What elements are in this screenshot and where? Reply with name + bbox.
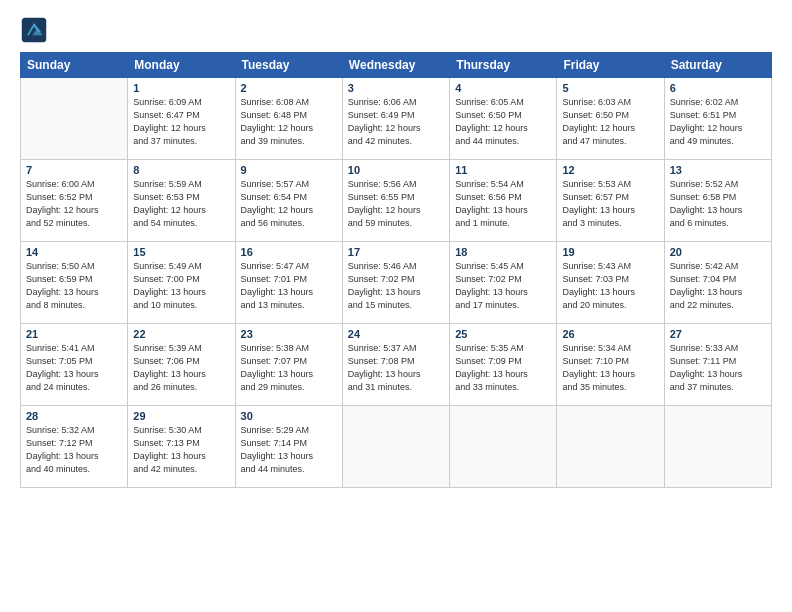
weekday-header-cell: Friday xyxy=(557,53,664,78)
weekday-header-cell: Thursday xyxy=(450,53,557,78)
day-info: Sunrise: 6:09 AMSunset: 6:47 PMDaylight:… xyxy=(133,96,229,148)
svg-rect-0 xyxy=(22,18,47,43)
day-number: 8 xyxy=(133,164,229,176)
calendar-day-cell: 29Sunrise: 5:30 AMSunset: 7:13 PMDayligh… xyxy=(128,406,235,488)
day-number: 3 xyxy=(348,82,444,94)
calendar-week-row: 21Sunrise: 5:41 AMSunset: 7:05 PMDayligh… xyxy=(21,324,772,406)
calendar-day-cell: 10Sunrise: 5:56 AMSunset: 6:55 PMDayligh… xyxy=(342,160,449,242)
calendar-day-cell: 27Sunrise: 5:33 AMSunset: 7:11 PMDayligh… xyxy=(664,324,771,406)
calendar-body: 1Sunrise: 6:09 AMSunset: 6:47 PMDaylight… xyxy=(21,78,772,488)
calendar-day-cell: 17Sunrise: 5:46 AMSunset: 7:02 PMDayligh… xyxy=(342,242,449,324)
calendar-day-cell: 15Sunrise: 5:49 AMSunset: 7:00 PMDayligh… xyxy=(128,242,235,324)
calendar-day-cell: 4Sunrise: 6:05 AMSunset: 6:50 PMDaylight… xyxy=(450,78,557,160)
day-info: Sunrise: 5:59 AMSunset: 6:53 PMDaylight:… xyxy=(133,178,229,230)
day-number: 4 xyxy=(455,82,551,94)
calendar-day-cell: 22Sunrise: 5:39 AMSunset: 7:06 PMDayligh… xyxy=(128,324,235,406)
calendar-week-row: 28Sunrise: 5:32 AMSunset: 7:12 PMDayligh… xyxy=(21,406,772,488)
calendar-day-cell xyxy=(21,78,128,160)
weekday-header-cell: Wednesday xyxy=(342,53,449,78)
calendar-day-cell: 25Sunrise: 5:35 AMSunset: 7:09 PMDayligh… xyxy=(450,324,557,406)
calendar-day-cell: 21Sunrise: 5:41 AMSunset: 7:05 PMDayligh… xyxy=(21,324,128,406)
calendar-week-row: 7Sunrise: 6:00 AMSunset: 6:52 PMDaylight… xyxy=(21,160,772,242)
calendar-day-cell: 26Sunrise: 5:34 AMSunset: 7:10 PMDayligh… xyxy=(557,324,664,406)
day-number: 30 xyxy=(241,410,337,422)
logo xyxy=(20,16,52,44)
day-number: 6 xyxy=(670,82,766,94)
calendar-day-cell xyxy=(342,406,449,488)
calendar-day-cell: 14Sunrise: 5:50 AMSunset: 6:59 PMDayligh… xyxy=(21,242,128,324)
calendar-day-cell: 11Sunrise: 5:54 AMSunset: 6:56 PMDayligh… xyxy=(450,160,557,242)
day-info: Sunrise: 5:49 AMSunset: 7:00 PMDaylight:… xyxy=(133,260,229,312)
calendar-day-cell: 20Sunrise: 5:42 AMSunset: 7:04 PMDayligh… xyxy=(664,242,771,324)
day-info: Sunrise: 5:54 AMSunset: 6:56 PMDaylight:… xyxy=(455,178,551,230)
day-number: 19 xyxy=(562,246,658,258)
day-number: 29 xyxy=(133,410,229,422)
day-info: Sunrise: 6:00 AMSunset: 6:52 PMDaylight:… xyxy=(26,178,122,230)
calendar-day-cell: 8Sunrise: 5:59 AMSunset: 6:53 PMDaylight… xyxy=(128,160,235,242)
day-info: Sunrise: 5:32 AMSunset: 7:12 PMDaylight:… xyxy=(26,424,122,476)
day-info: Sunrise: 6:06 AMSunset: 6:49 PMDaylight:… xyxy=(348,96,444,148)
day-number: 10 xyxy=(348,164,444,176)
day-info: Sunrise: 5:34 AMSunset: 7:10 PMDaylight:… xyxy=(562,342,658,394)
day-number: 13 xyxy=(670,164,766,176)
day-info: Sunrise: 6:08 AMSunset: 6:48 PMDaylight:… xyxy=(241,96,337,148)
calendar-day-cell: 5Sunrise: 6:03 AMSunset: 6:50 PMDaylight… xyxy=(557,78,664,160)
day-number: 11 xyxy=(455,164,551,176)
day-number: 24 xyxy=(348,328,444,340)
day-info: Sunrise: 5:35 AMSunset: 7:09 PMDaylight:… xyxy=(455,342,551,394)
weekday-header-row: SundayMondayTuesdayWednesdayThursdayFrid… xyxy=(21,53,772,78)
day-number: 16 xyxy=(241,246,337,258)
day-info: Sunrise: 6:05 AMSunset: 6:50 PMDaylight:… xyxy=(455,96,551,148)
calendar-day-cell: 13Sunrise: 5:52 AMSunset: 6:58 PMDayligh… xyxy=(664,160,771,242)
day-number: 18 xyxy=(455,246,551,258)
header xyxy=(20,16,772,44)
calendar-day-cell: 6Sunrise: 6:02 AMSunset: 6:51 PMDaylight… xyxy=(664,78,771,160)
day-number: 27 xyxy=(670,328,766,340)
day-info: Sunrise: 6:03 AMSunset: 6:50 PMDaylight:… xyxy=(562,96,658,148)
day-info: Sunrise: 5:45 AMSunset: 7:02 PMDaylight:… xyxy=(455,260,551,312)
day-number: 25 xyxy=(455,328,551,340)
calendar-day-cell: 24Sunrise: 5:37 AMSunset: 7:08 PMDayligh… xyxy=(342,324,449,406)
calendar-day-cell: 18Sunrise: 5:45 AMSunset: 7:02 PMDayligh… xyxy=(450,242,557,324)
day-info: Sunrise: 5:29 AMSunset: 7:14 PMDaylight:… xyxy=(241,424,337,476)
day-number: 5 xyxy=(562,82,658,94)
day-info: Sunrise: 5:46 AMSunset: 7:02 PMDaylight:… xyxy=(348,260,444,312)
day-number: 26 xyxy=(562,328,658,340)
calendar-day-cell: 12Sunrise: 5:53 AMSunset: 6:57 PMDayligh… xyxy=(557,160,664,242)
calendar-day-cell xyxy=(450,406,557,488)
day-info: Sunrise: 5:30 AMSunset: 7:13 PMDaylight:… xyxy=(133,424,229,476)
weekday-header-cell: Sunday xyxy=(21,53,128,78)
day-info: Sunrise: 5:42 AMSunset: 7:04 PMDaylight:… xyxy=(670,260,766,312)
day-info: Sunrise: 5:47 AMSunset: 7:01 PMDaylight:… xyxy=(241,260,337,312)
logo-icon xyxy=(20,16,48,44)
day-info: Sunrise: 5:43 AMSunset: 7:03 PMDaylight:… xyxy=(562,260,658,312)
day-number: 1 xyxy=(133,82,229,94)
calendar-day-cell: 16Sunrise: 5:47 AMSunset: 7:01 PMDayligh… xyxy=(235,242,342,324)
calendar-day-cell: 28Sunrise: 5:32 AMSunset: 7:12 PMDayligh… xyxy=(21,406,128,488)
day-number: 28 xyxy=(26,410,122,422)
calendar-day-cell: 1Sunrise: 6:09 AMSunset: 6:47 PMDaylight… xyxy=(128,78,235,160)
calendar-table: SundayMondayTuesdayWednesdayThursdayFrid… xyxy=(20,52,772,488)
day-info: Sunrise: 5:56 AMSunset: 6:55 PMDaylight:… xyxy=(348,178,444,230)
day-info: Sunrise: 5:33 AMSunset: 7:11 PMDaylight:… xyxy=(670,342,766,394)
day-info: Sunrise: 5:53 AMSunset: 6:57 PMDaylight:… xyxy=(562,178,658,230)
day-info: Sunrise: 6:02 AMSunset: 6:51 PMDaylight:… xyxy=(670,96,766,148)
day-number: 15 xyxy=(133,246,229,258)
day-info: Sunrise: 5:39 AMSunset: 7:06 PMDaylight:… xyxy=(133,342,229,394)
day-info: Sunrise: 5:38 AMSunset: 7:07 PMDaylight:… xyxy=(241,342,337,394)
day-number: 23 xyxy=(241,328,337,340)
day-number: 17 xyxy=(348,246,444,258)
calendar-week-row: 1Sunrise: 6:09 AMSunset: 6:47 PMDaylight… xyxy=(21,78,772,160)
weekday-header-cell: Tuesday xyxy=(235,53,342,78)
calendar-day-cell: 30Sunrise: 5:29 AMSunset: 7:14 PMDayligh… xyxy=(235,406,342,488)
calendar-week-row: 14Sunrise: 5:50 AMSunset: 6:59 PMDayligh… xyxy=(21,242,772,324)
day-number: 9 xyxy=(241,164,337,176)
day-info: Sunrise: 5:37 AMSunset: 7:08 PMDaylight:… xyxy=(348,342,444,394)
weekday-header-cell: Saturday xyxy=(664,53,771,78)
day-number: 2 xyxy=(241,82,337,94)
day-info: Sunrise: 5:50 AMSunset: 6:59 PMDaylight:… xyxy=(26,260,122,312)
day-info: Sunrise: 5:52 AMSunset: 6:58 PMDaylight:… xyxy=(670,178,766,230)
day-number: 22 xyxy=(133,328,229,340)
day-number: 20 xyxy=(670,246,766,258)
day-info: Sunrise: 5:57 AMSunset: 6:54 PMDaylight:… xyxy=(241,178,337,230)
